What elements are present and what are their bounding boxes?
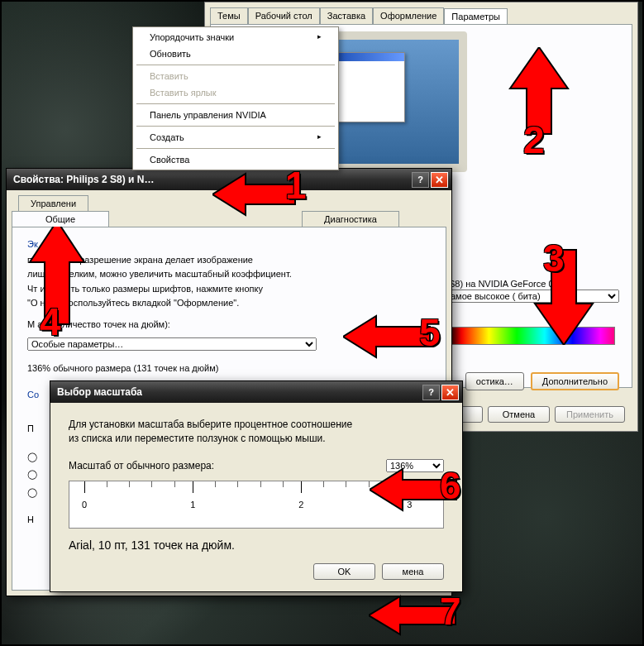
body-text-2: лишком мелким, можно увеличить масштабны… xyxy=(27,268,431,280)
menu-new[interactable]: Создать xyxy=(135,129,336,146)
tab-themes[interactable]: Темы xyxy=(210,7,248,24)
monitor-titlebar[interactable]: Свойства: Philips 2 S8) и N… ? ✕ xyxy=(7,169,451,190)
help-button[interactable]: ? xyxy=(412,172,429,188)
menu-paste-shortcut: Вставить ярлык xyxy=(135,84,336,101)
callout-number-6: 6 xyxy=(440,463,461,508)
menu-separator-4 xyxy=(136,148,335,149)
close-button[interactable]: ✕ xyxy=(431,172,448,188)
dpi-label: М аб (количество точек на дюйм): xyxy=(27,318,431,331)
tab-diagnostics[interactable]: Диагностика xyxy=(302,211,399,227)
body-text-4: "О на" и воспользуйтесь вкладкой "Оформл… xyxy=(27,297,431,309)
tab-screensaver[interactable]: Заставка xyxy=(320,7,373,24)
scale-help-button[interactable]: ? xyxy=(422,385,440,400)
monitor-title-text: Свойства: Philips 2 S8) и N… xyxy=(13,174,154,185)
display-cancel-button[interactable]: Отмена xyxy=(488,406,550,423)
callout-number-1: 1 xyxy=(285,163,307,208)
ruler-tick-1: 1 xyxy=(190,500,195,510)
ruler-tick-0: 0 xyxy=(82,500,87,510)
tab-management[interactable]: Управлени xyxy=(18,195,88,211)
tab-settings[interactable]: Параметры xyxy=(444,8,508,25)
desktop-context-menu: Упорядочить значки Обновить Вставить Вст… xyxy=(132,26,339,170)
scale-preview-text: Arial, 10 пт, 131 точек на дюйм. xyxy=(69,538,444,552)
advanced-button[interactable]: Дополнительно xyxy=(531,372,619,390)
callout-number-5: 5 xyxy=(419,310,441,355)
scale-titlebar[interactable]: Выбор масштаба ? ✕ xyxy=(50,381,462,403)
menu-nvidia-panel[interactable]: Панель управления NVIDIA xyxy=(135,107,336,123)
scale-title-text: Выбор масштаба xyxy=(57,386,142,398)
menu-arrange-icons[interactable]: Упорядочить значки xyxy=(135,29,336,45)
scale-close-button[interactable]: ✕ xyxy=(441,385,459,400)
tab-desktop[interactable]: Рабочий стол xyxy=(248,7,320,24)
color-quality-select[interactable]: амое высокое ( бита) xyxy=(446,290,619,303)
scale-label: Масштаб от обычного размера: xyxy=(69,460,214,471)
scale-select[interactable]: 136% xyxy=(386,459,444,472)
ruler-tick-3: 3 xyxy=(407,500,412,510)
menu-refresh[interactable]: Обновить xyxy=(135,45,336,62)
dpi-result: 136% обычного размера (131 точек на дюйм… xyxy=(27,362,431,375)
display-apply-button[interactable]: Применить xyxy=(555,406,625,423)
menu-separator-3 xyxy=(136,126,335,127)
callout-number-4: 4 xyxy=(40,299,61,344)
color-spectrum xyxy=(446,327,615,345)
scale-body: Для установки масштаба выберите процентн… xyxy=(50,403,462,591)
body-text-1: пользуемое разрешение экрана делает изоб… xyxy=(27,254,431,266)
body-text-3: Чт изменить только размеры шрифтов, нажм… xyxy=(27,283,431,295)
callout-number-7: 7 xyxy=(440,589,461,634)
display-tabstrip: Темы Рабочий стол Заставка Оформление Па… xyxy=(205,2,637,24)
scale-instruction-2: из списка или переместите ползунок с пом… xyxy=(69,432,444,446)
scale-cancel-button[interactable]: мена xyxy=(382,563,444,580)
tab-general[interactable]: Общие xyxy=(12,211,109,227)
dpi-select[interactable]: Особые параметры… xyxy=(27,337,317,351)
scale-dialog: Выбор масштаба ? ✕ Для установки масштаб… xyxy=(50,380,463,592)
callout-number-2: 2 xyxy=(523,117,545,162)
ruler[interactable]: 0 1 2 3 xyxy=(69,481,444,529)
menu-separator-1 xyxy=(136,65,335,65)
group-screen: Эк xyxy=(27,239,431,249)
ruler-tick-2: 2 xyxy=(298,500,303,510)
menu-paste: Вставить xyxy=(135,68,336,84)
scale-ok-button[interactable]: OK xyxy=(313,563,375,580)
menu-separator-2 xyxy=(136,103,335,104)
scale-instruction-1: Для установки масштаба выберите процентн… xyxy=(69,418,444,432)
troubleshoot-button[interactable]: остика… xyxy=(465,372,524,390)
tab-appearance[interactable]: Оформление xyxy=(373,7,444,24)
callout-number-3: 3 xyxy=(543,236,565,280)
